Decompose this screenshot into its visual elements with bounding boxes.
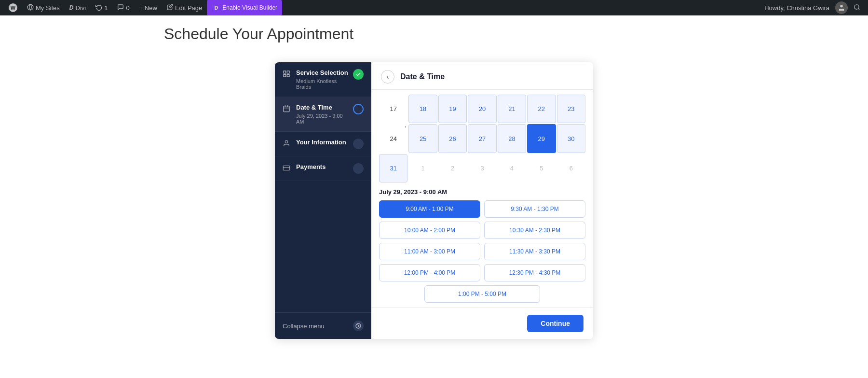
time-slot-button[interactable]: 12:00 PM - 4:00 PM <box>379 264 480 281</box>
wp-logo-item[interactable]: W <box>4 0 22 15</box>
svg-rect-7 <box>284 74 286 77</box>
sidebar-step-datetime[interactable]: Date & Time July 29, 2023 - 9:00 AM <box>275 97 371 132</box>
divi-badge-icon: D <box>212 3 220 12</box>
time-slot-button[interactable]: 12:30 PM - 4:30 PM <box>484 264 585 281</box>
svg-point-0 <box>27 4 33 10</box>
booking-widget: Service Selection Medium Knotless Braids… <box>275 62 593 339</box>
calendar-icon <box>283 105 291 113</box>
calendar-day[interactable]: 21 <box>498 95 526 123</box>
svg-rect-6 <box>287 74 289 77</box>
user-greeting: Howdy, Christina Gwira <box>760 4 833 12</box>
calendar-day[interactable]: 17 <box>379 95 407 123</box>
step-datetime-indicator <box>353 104 364 114</box>
svg-point-1 <box>840 5 842 7</box>
svg-rect-4 <box>284 71 286 73</box>
svg-point-15 <box>356 323 361 328</box>
calendar-day[interactable]: 23 <box>557 95 585 123</box>
service-icon <box>283 70 291 79</box>
calendar-grid: 171819202122232425262728293031123456 <box>379 95 585 182</box>
time-slot-button[interactable]: 10:00 AM - 2:00 PM <box>379 222 480 239</box>
calendar-day[interactable]: 1 <box>408 154 437 182</box>
edit-page-label: Edit Page <box>175 4 202 12</box>
calendar-day[interactable]: 31 <box>379 154 407 182</box>
step-datetime-subtitle: July 29, 2023 - 9:00 AM <box>296 113 348 125</box>
time-slot-button[interactable]: 9:00 AM - 1:00 PM <box>379 200 480 218</box>
revision-icon <box>95 4 102 12</box>
wp-logo-icon: W <box>9 3 17 12</box>
time-slot-button[interactable]: 9:30 AM - 1:30 PM <box>484 200 585 218</box>
calendar-day[interactable]: 19 <box>438 95 467 123</box>
step-service-subtitle: Medium Knotless Braids <box>296 78 348 90</box>
my-sites-label: My Sites <box>36 4 60 12</box>
sidebar-step-info[interactable]: Your Information <box>275 132 371 156</box>
comments-count: 0 <box>126 4 129 12</box>
step-service-title: Service Selection <box>296 69 348 77</box>
step-info-title: Your Information <box>296 139 348 147</box>
comments-item[interactable]: 0 <box>112 0 134 15</box>
new-item[interactable]: + New <box>135 0 162 15</box>
page-title: Schedule Your Appointment <box>19 25 849 43</box>
calendar-day[interactable]: 30 <box>557 124 585 153</box>
collapse-menu-button[interactable]: Collapse menu <box>275 312 371 339</box>
payment-icon <box>283 164 291 173</box>
svg-point-12 <box>285 140 287 143</box>
svg-point-2 <box>854 4 859 9</box>
back-button[interactable]: ‹ <box>381 70 394 84</box>
time-slots-grid: 9:00 AM - 1:00 PM9:30 AM - 1:30 PM10:00 … <box>379 200 585 303</box>
my-sites-item[interactable]: My Sites <box>22 0 65 15</box>
calendar-day[interactable]: 25 <box>408 124 437 153</box>
calendar-day[interactable]: 22 <box>527 95 556 123</box>
selected-date-label: July 29, 2023 - 9:00 AM <box>379 188 585 196</box>
calendar-day[interactable]: 28 <box>498 124 526 153</box>
divi-icon: D <box>69 4 74 11</box>
avatar[interactable] <box>835 1 848 14</box>
sites-icon <box>27 4 34 12</box>
calendar-day[interactable]: 5 <box>527 154 556 182</box>
calendar-day[interactable]: 20 <box>468 95 496 123</box>
svg-line-3 <box>858 8 860 10</box>
time-slot-button[interactable]: 11:00 AM - 3:00 PM <box>379 243 480 260</box>
step-info-indicator <box>353 139 364 149</box>
svg-rect-8 <box>284 106 289 112</box>
svg-rect-13 <box>283 166 289 170</box>
calendar-day[interactable]: 27 <box>468 124 496 153</box>
step-info-info: Your Information <box>296 139 348 147</box>
edit-page-item[interactable]: Edit Page <box>162 0 207 15</box>
continue-button[interactable]: Continue <box>527 315 583 332</box>
search-icon[interactable] <box>850 4 864 12</box>
calendar-section: 171819202122232425262728293031123456 Jul… <box>371 90 593 308</box>
time-slot-button[interactable]: 11:30 AM - 3:30 PM <box>484 243 585 260</box>
enable-visual-label: Enable Visual Builder <box>222 4 277 11</box>
step-service-info: Service Selection Medium Knotless Braids <box>296 69 348 90</box>
circle-arrow-icon <box>353 321 364 331</box>
svg-rect-5 <box>287 71 289 73</box>
calendar-day[interactable]: 26 <box>438 124 467 153</box>
main-content: Schedule Your Appointment Service Select… <box>0 15 868 378</box>
revisions-count: 1 <box>104 4 108 12</box>
step-datetime-title: Date & Time <box>296 104 348 112</box>
divi-label: Divi <box>76 4 86 12</box>
divi-item[interactable]: D Divi <box>65 0 91 15</box>
step-payments-info: Payments <box>296 163 348 171</box>
time-slot-button[interactable]: 10:30 AM - 2:30 PM <box>484 222 585 239</box>
panel-header: ‹ Date & Time <box>371 62 593 90</box>
collapse-menu-label: Collapse menu <box>283 322 325 330</box>
admin-bar-right: Howdy, Christina Gwira <box>760 1 864 14</box>
calendar-day[interactable]: 4 <box>498 154 526 182</box>
calendar-day[interactable]: 18 <box>408 95 437 123</box>
calendar-day[interactable]: 2 <box>438 154 467 182</box>
calendar-day[interactable]: 29 <box>527 124 556 153</box>
calendar-day[interactable]: 6 <box>557 154 585 182</box>
calendar-day[interactable]: 24 <box>379 124 407 153</box>
admin-bar: W My Sites D Divi 1 0 + New Edit Page D … <box>0 0 868 15</box>
enable-visual-builder-item[interactable]: D Enable Visual Builder <box>207 0 282 15</box>
step-payments-title: Payments <box>296 163 348 171</box>
booking-panel: ‹ Date & Time 17181920212223242526272829… <box>371 62 593 339</box>
step-datetime-info: Date & Time July 29, 2023 - 9:00 AM <box>296 104 348 125</box>
revisions-item[interactable]: 1 <box>91 0 112 15</box>
calendar-day[interactable]: 3 <box>468 154 496 182</box>
sidebar-step-payments[interactable]: Payments <box>275 156 371 181</box>
time-slot-button[interactable]: 1:00 PM - 5:00 PM <box>424 285 540 303</box>
back-chevron-icon: ‹ <box>387 73 389 81</box>
sidebar-step-service[interactable]: Service Selection Medium Knotless Braids <box>275 62 371 97</box>
